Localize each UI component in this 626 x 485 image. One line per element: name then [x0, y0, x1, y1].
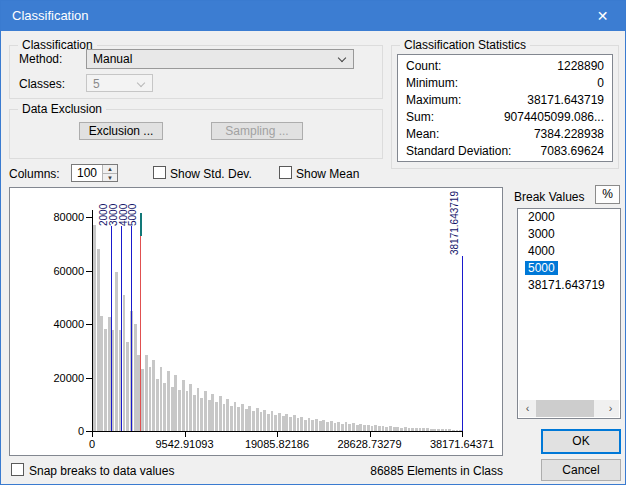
show-mean-checkbox[interactable]: [279, 166, 292, 179]
selected-break-handle[interactable]: [140, 213, 142, 236]
x-tick: [185, 431, 186, 437]
histogram-bar: [430, 429, 433, 431]
histogram-bar: [271, 411, 274, 431]
histogram-bar: [152, 360, 155, 431]
x-tick-label: 19085.82186: [230, 438, 324, 450]
histogram-bar: [167, 371, 170, 431]
dialog-title: Classification: [12, 1, 89, 31]
break-line-label: 38171.643719: [449, 189, 461, 255]
histogram-bar: [211, 394, 214, 431]
histogram-bar: [341, 424, 344, 431]
break-line[interactable]: [121, 226, 122, 431]
exclusion-button[interactable]: Exclusion ...: [79, 122, 163, 140]
x-tick-label: 28628.73279: [323, 438, 417, 450]
histogram-bar: [396, 427, 399, 431]
close-icon[interactable]: ✕: [580, 1, 625, 31]
break-values-list[interactable]: 200030004000500038171.643719 ‹ ›: [517, 208, 621, 419]
statistics-row: Count:1228890: [406, 58, 604, 75]
classification-group-label: Classification: [18, 38, 97, 52]
histogram-bar: [452, 430, 455, 431]
histogram-bar: [404, 427, 407, 431]
y-tick: [86, 271, 92, 272]
ok-button[interactable]: OK: [541, 429, 621, 454]
break-line-label: 5000: [127, 192, 139, 226]
histogram-bar: [248, 406, 251, 431]
sampling-button: Sampling ...: [211, 122, 303, 140]
histogram-bar: [215, 402, 218, 431]
break-value-text: 2000: [525, 210, 558, 224]
histogram-bar: [193, 395, 196, 431]
columns-value: 100: [72, 165, 102, 181]
scroll-left-icon[interactable]: ‹: [519, 400, 536, 417]
histogram-bar: [448, 429, 451, 431]
histogram-bar: [108, 317, 111, 431]
histogram-bar: [134, 324, 137, 431]
spinner-up-icon[interactable]: ▲: [103, 165, 117, 173]
histogram-bar: [174, 375, 177, 431]
break-value-item[interactable]: 38171.643719: [518, 277, 620, 294]
histogram-bar: [426, 428, 429, 431]
scroll-right-icon[interactable]: ›: [602, 400, 619, 417]
percent-button[interactable]: %: [595, 185, 620, 204]
histogram-bar: [263, 410, 266, 431]
histogram-bar: [389, 426, 392, 431]
histogram-bar: [197, 388, 200, 431]
data-exclusion-group-label: Data Exclusion: [18, 102, 106, 116]
histogram-bar: [282, 416, 285, 431]
histogram-bar: [411, 428, 414, 431]
histogram-bar: [400, 428, 403, 431]
histogram-bar: [123, 295, 126, 431]
histogram-panel: 02000040000600008000009542.9109319085.82…: [9, 187, 503, 456]
statistics-row: Maximum:38171.643719: [406, 92, 604, 109]
show-std-dev-checkbox[interactable]: [153, 166, 166, 179]
histogram-bar: [348, 424, 351, 431]
horizontal-scrollbar[interactable]: ‹ ›: [519, 400, 619, 417]
histogram-bar: [163, 383, 166, 431]
cancel-button[interactable]: Cancel: [541, 459, 621, 481]
histogram-bar: [315, 419, 318, 431]
statistics-row: Sum:9074405099.086...: [406, 109, 604, 126]
columns-spinner[interactable]: 100 ▲ ▼: [71, 164, 118, 182]
break-line[interactable]: [131, 226, 132, 431]
histogram-bar: [230, 406, 233, 431]
break-line-selected[interactable]: [140, 236, 141, 431]
histogram-bar: [378, 426, 381, 431]
title-bar[interactable]: Classification ✕: [1, 1, 625, 31]
statistics-row: Minimum:0: [406, 75, 604, 92]
histogram-bar: [304, 420, 307, 432]
histogram-bar: [100, 316, 103, 431]
x-tick: [462, 431, 463, 437]
histogram-bar: [204, 391, 207, 431]
break-value-item[interactable]: 3000: [518, 226, 620, 243]
spinner-down-icon[interactable]: ▼: [103, 173, 117, 181]
break-line[interactable]: [462, 256, 463, 431]
histogram-bar: [352, 423, 355, 431]
break-value-text: 5000: [525, 261, 558, 275]
histogram-bar: [245, 409, 248, 431]
break-value-item[interactable]: 4000: [518, 243, 620, 260]
histogram-bar: [393, 427, 396, 431]
columns-label: Columns:: [9, 167, 60, 181]
break-line[interactable]: [111, 226, 112, 431]
y-tick: [86, 324, 92, 325]
histogram-bar: [260, 412, 263, 431]
snap-breaks-checkbox[interactable]: [11, 463, 24, 476]
break-value-text: 4000: [525, 244, 558, 258]
break-value-item[interactable]: 2000: [518, 209, 620, 226]
histogram-bar: [237, 407, 240, 431]
elements-in-class-label: 86885 Elements in Class: [301, 464, 503, 478]
histogram-bar: [415, 428, 418, 431]
method-combobox[interactable]: Manual: [86, 49, 354, 69]
snap-breaks-label: Snap breaks to data values: [29, 464, 174, 478]
histogram-bar: [437, 429, 440, 431]
statistic-value: 1228890: [557, 58, 604, 75]
histogram-bar: [359, 424, 362, 431]
histogram-bar: [234, 402, 237, 431]
scrollbar-thumb[interactable]: [536, 400, 594, 417]
histogram-bar: [126, 342, 129, 431]
break-value-item[interactable]: 5000: [518, 260, 620, 277]
histogram-bar: [189, 384, 192, 431]
histogram-bar: [208, 400, 211, 431]
histogram-bar: [182, 380, 185, 431]
histogram-bar: [178, 390, 181, 431]
